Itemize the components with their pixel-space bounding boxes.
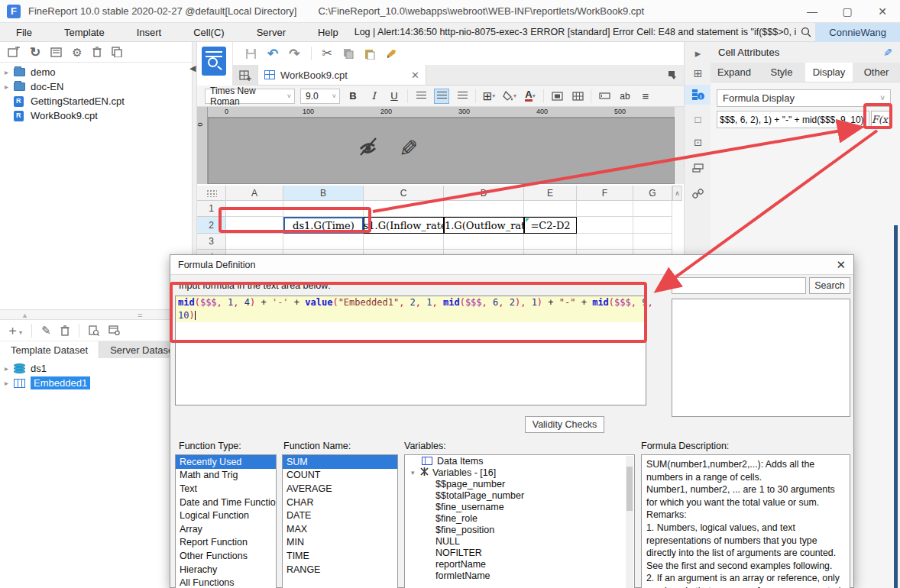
template-web-attributes-icon[interactable] [202, 47, 226, 76]
float-element-icon[interactable] [685, 158, 711, 178]
tree-item-doc-en[interactable]: ▸doc-EN [0, 79, 192, 94]
cell-B3[interactable] [283, 234, 364, 250]
variables-root-data-items[interactable]: Data Items [405, 455, 634, 467]
expand-arrow-icon[interactable]: ▸ [5, 379, 14, 387]
tree-item-demo[interactable]: ▸demo [0, 65, 192, 79]
cell-A2[interactable] [226, 217, 283, 234]
function-type-hierachy[interactable]: Hierachy [176, 563, 276, 577]
menu-item-insert[interactable]: Insert [121, 23, 178, 42]
cell-element-icon[interactable]: ⊞ [685, 63, 711, 83]
function-type-list[interactable]: Recently UsedMath and TrigTextDate and T… [175, 454, 277, 588]
collapse-right-icon[interactable]: ▸ [685, 44, 711, 63]
delete-icon[interactable] [92, 47, 102, 57]
column-header-F[interactable]: F [577, 186, 633, 201]
cell-B1[interactable] [283, 201, 364, 217]
function-type-math-and-trig[interactable]: Math and Trig [176, 469, 276, 483]
row-header-3[interactable]: 3 [197, 234, 226, 250]
function-name-date[interactable]: DATE [283, 509, 397, 522]
edit-pencil-icon[interactable]: ✎ [883, 47, 892, 59]
expand-arrow-icon[interactable]: ▸ [5, 364, 14, 373]
canvas-body[interactable]: ✎ [208, 118, 675, 184]
function-type-logical-function[interactable]: Logical Function [176, 509, 276, 522]
right-edge-scrollbar[interactable] [894, 225, 898, 588]
function-name-time[interactable]: TIME [283, 549, 397, 563]
cell-C3[interactable] [364, 234, 444, 250]
align-left-button[interactable] [413, 89, 429, 104]
variables-root-variables[interactable]: ▾Variables - [16] [405, 467, 634, 478]
variables-tree[interactable]: Data Items▾Variables - [16]$$page_number… [404, 454, 635, 588]
function-name-char[interactable]: CHAR [283, 496, 397, 509]
cell-style-icon[interactable]: □ [685, 109, 711, 129]
variable-totalpagenumber[interactable]: $$totalPage_number [405, 489, 634, 501]
function-name-min[interactable]: MIN [283, 536, 397, 550]
bold-button[interactable]: B [345, 89, 361, 104]
cell-D3[interactable] [444, 234, 524, 250]
cut-icon[interactable]: ✂ [322, 47, 332, 60]
split-cells-icon[interactable] [570, 89, 585, 104]
expand-arrow-icon[interactable]: ▸ [5, 82, 14, 91]
expand-arrow-icon[interactable]: ▾ [411, 469, 420, 477]
column-header-E[interactable]: E [524, 186, 577, 201]
paste-icon[interactable] [364, 48, 375, 60]
cell-F2[interactable] [577, 217, 633, 234]
preview-dataset-icon[interactable] [89, 325, 99, 336]
cell-attr-tab-other[interactable]: Other [853, 63, 900, 82]
tab-close-icon[interactable]: ✕ [411, 69, 419, 81]
select-all-button[interactable] [197, 186, 226, 201]
hyperlink-icon[interactable] [685, 184, 711, 204]
formula-editor-button[interactable]: F(x) [871, 111, 892, 128]
function-type-report-function[interactable]: Report Function [176, 536, 276, 550]
cell-E3[interactable] [524, 234, 577, 250]
menu-item-help[interactable]: Help [302, 23, 354, 42]
menu-item-server[interactable]: Server [241, 23, 302, 42]
cell-F1[interactable] [577, 201, 633, 217]
function-name-max[interactable]: MAX [283, 522, 397, 536]
column-header-B[interactable]: B [283, 186, 364, 201]
dialog-close-icon[interactable]: ✕ [836, 258, 846, 272]
new-tab-button[interactable] [232, 65, 258, 86]
cell-G3[interactable] [633, 234, 672, 250]
cell-C1[interactable] [364, 201, 444, 217]
function-type-recently-used[interactable]: Recently Used [176, 455, 276, 469]
line-spacing-icon[interactable]: ≡ [638, 89, 653, 104]
format-painter-icon[interactable] [386, 48, 397, 59]
cell-D2[interactable]: ds1.G(Outflow_rate) [444, 217, 524, 234]
dataset-tab-template-dataset[interactable]: Template Dataset [0, 341, 99, 358]
cell-F3[interactable] [577, 234, 633, 250]
add-dataset-button[interactable]: ＋▾ [6, 324, 22, 337]
function-type-date-and-time-function[interactable]: Date and Time Function [176, 496, 276, 509]
column-header-C[interactable]: C [364, 186, 444, 201]
user-account-button[interactable]: ConnieWang [815, 23, 900, 42]
cell-attr-tab-expand[interactable]: Expand [711, 63, 758, 82]
cell-D1[interactable] [444, 201, 524, 217]
underline-button[interactable]: U [387, 89, 402, 104]
close-button[interactable]: ✕ [865, 0, 900, 23]
function-type-all-functions[interactable]: All Functions [176, 576, 276, 588]
widget-icon[interactable]: ⊡ [685, 132, 711, 152]
borders-button[interactable]: ⊞▾ [481, 89, 497, 104]
copy-icon[interactable] [112, 47, 122, 57]
delete-dataset-icon[interactable] [60, 325, 70, 336]
menu-item-file[interactable]: File [0, 23, 48, 42]
expand-arrow-icon[interactable]: ▸ [5, 68, 14, 76]
fill-color-button[interactable]: ▾ [502, 89, 517, 104]
redo-icon[interactable]: ↷ [289, 47, 299, 60]
new-report-icon[interactable] [8, 47, 20, 57]
sheet-scroll-up[interactable]: ∧ [672, 186, 682, 201]
save-icon[interactable] [245, 48, 257, 60]
cell-A1[interactable] [226, 201, 283, 217]
variable-reportname[interactable]: reportName [405, 558, 634, 570]
display-type-select[interactable]: Formula Display˅ [717, 89, 891, 107]
menu-item-template[interactable]: Template [48, 23, 121, 42]
dialog-title-bar[interactable]: Formula Definition ✕ [170, 255, 853, 275]
preview-icon[interactable] [50, 47, 62, 57]
cell-E1[interactable] [524, 201, 577, 217]
function-name-list[interactable]: SUMCOUNTAVERAGECHARDATEMAXMINTIMERANGE [282, 454, 398, 588]
cell-attributes-icon[interactable]: i [685, 85, 711, 105]
text-style-button[interactable]: ab [617, 89, 633, 104]
italic-button[interactable]: I [366, 89, 381, 104]
undo-icon[interactable]: ↶ [267, 47, 278, 60]
cell-G1[interactable] [633, 201, 672, 217]
dataset-item-ds1[interactable]: ▸ds1 [0, 361, 193, 376]
font-size-select[interactable]: 9.0˅ [300, 89, 340, 104]
